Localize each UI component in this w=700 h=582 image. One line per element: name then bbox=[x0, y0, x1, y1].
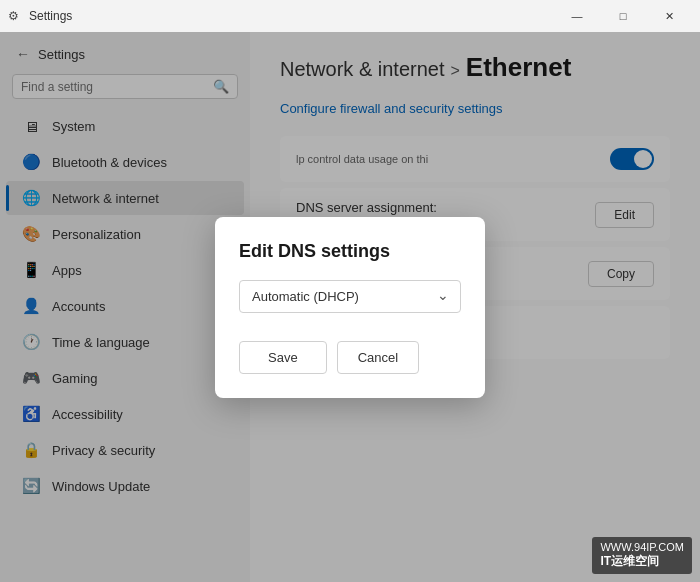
edit-dns-dialog: Edit DNS settings Automatic (DHCP) Manua… bbox=[215, 217, 485, 398]
dialog-buttons: Save Cancel bbox=[239, 341, 461, 374]
save-button[interactable]: Save bbox=[239, 341, 327, 374]
cancel-button[interactable]: Cancel bbox=[337, 341, 419, 374]
title-bar-left: ⚙ Settings bbox=[8, 9, 72, 23]
watermark-line2: IT运维空间 bbox=[600, 553, 684, 570]
title-bar-text: Settings bbox=[29, 9, 72, 23]
close-button[interactable]: ✕ bbox=[646, 0, 692, 32]
maximize-button[interactable]: □ bbox=[600, 0, 646, 32]
minimize-button[interactable]: — bbox=[554, 0, 600, 32]
title-bar-controls: — □ ✕ bbox=[554, 0, 692, 32]
select-wrapper: Automatic (DHCP) Manual bbox=[239, 280, 461, 313]
dialog-overlay: Edit DNS settings Automatic (DHCP) Manua… bbox=[0, 32, 700, 582]
title-bar: ⚙ Settings — □ ✕ bbox=[0, 0, 700, 32]
dns-type-select[interactable]: Automatic (DHCP) Manual bbox=[239, 280, 461, 313]
watermark: WWW.94IP.COM IT运维空间 bbox=[592, 537, 692, 574]
watermark-line1: WWW.94IP.COM bbox=[600, 541, 684, 553]
settings-icon: ⚙ bbox=[8, 9, 19, 23]
dialog-title: Edit DNS settings bbox=[239, 241, 461, 262]
